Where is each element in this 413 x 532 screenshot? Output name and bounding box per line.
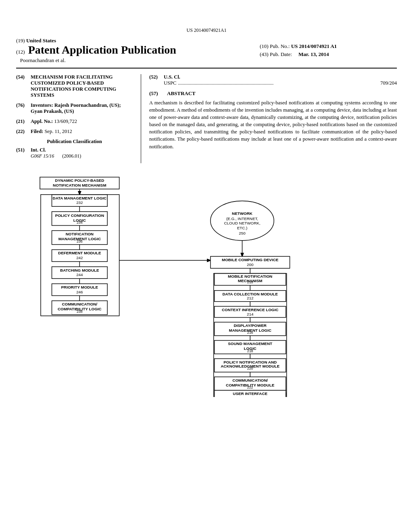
right-column: (52) U.S. Cl. USPC .....................…	[141, 74, 397, 163]
pub-no-value: US 2014/0074921 A1	[291, 43, 337, 49]
inventors-field: (76) Inventors: Rajesh Poornachandran, (…	[16, 102, 133, 114]
svg-text:222: 222	[247, 385, 253, 389]
svg-text:PRIORITY MODULE: PRIORITY MODULE	[61, 285, 98, 289]
filed-content: Filed: Sep. 11, 2012	[31, 129, 133, 135]
country-name: United States	[26, 37, 56, 44]
svg-text:DISPLAY/POWER: DISPLAY/POWER	[234, 323, 267, 328]
us-cl-label: U.S. Cl.	[164, 74, 397, 80]
us-cl-field: (52) U.S. Cl. USPC .....................…	[149, 74, 397, 86]
svg-text:234: 234	[77, 220, 83, 224]
header-section: (19) United States (12) Patent Applicati…	[16, 37, 397, 69]
svg-text:POLICY CONFIGURATION: POLICY CONFIGURATION	[55, 213, 104, 218]
left-main-title: DYNAMIC POLICY-BASED	[55, 178, 104, 183]
svg-text:238: 238	[77, 310, 83, 314]
country-num-label: (19) United States	[16, 37, 260, 44]
doc-type-title: Patent Application Publication	[28, 44, 176, 56]
svg-text:USER INTERFACE: USER INTERFACE	[233, 391, 267, 396]
left-column: (54) MECHANISM FOR FACILITATING CUSTOMIZ…	[16, 74, 141, 163]
inventors-content: Inventors: Rajesh Poornachandran, (US); …	[31, 102, 133, 114]
pub-number: US 20140074921A1	[16, 27, 397, 33]
pub-date-value: Mar. 13, 2014	[298, 51, 329, 57]
filed-num: (22)	[16, 129, 31, 135]
svg-text:COMMUNICATION/: COMMUNICATION/	[62, 302, 97, 306]
header-right: (10) Pub. No.: US 2014/0074921 A1 (43) P…	[260, 37, 397, 58]
svg-text:NOTIFICATION: NOTIFICATION	[66, 232, 94, 236]
abstract-section: (57) ABSTRACT A mechanism is described f…	[149, 90, 397, 150]
svg-text:ETC.): ETC.)	[237, 226, 248, 230]
inventors-line: Poornachandran et al.	[16, 57, 260, 64]
appl-content: Appl. No.: 13/609,722	[31, 118, 133, 125]
title-num: (54)	[16, 74, 31, 98]
inventors-num: (76)	[16, 102, 31, 114]
pub-classification: Publication Classification	[16, 139, 133, 145]
uspc-value: 709/204	[380, 80, 397, 86]
svg-text:212: 212	[247, 296, 253, 300]
abstract-text: A mechanism is described for facilitatin…	[149, 99, 397, 150]
int-cl-class: G06F 15/16	[31, 153, 54, 159]
int-cl-values: G06F 15/16 (2006.01)	[31, 153, 133, 159]
title-content: MECHANISM FOR FACILITATING CUSTOMIZED PO…	[31, 74, 133, 98]
svg-text:COMMUNICATION/: COMMUNICATION/	[232, 378, 268, 382]
doc-type-num: (12)	[16, 49, 25, 55]
svg-text:216: 216	[247, 330, 253, 335]
svg-text:224: 224	[247, 396, 254, 397]
svg-rect-0	[126, 8, 287, 24]
pub-no-num: (10)	[260, 43, 269, 49]
svg-text:CONTEXT INFERENCE LOGIC: CONTEXT INFERENCE LOGIC	[222, 308, 278, 312]
filed-field: (22) Filed: Sep. 11, 2012	[16, 129, 133, 135]
main-content: (54) MECHANISM FOR FACILITATING CUSTOMIZ…	[16, 74, 397, 163]
svg-text:218: 218	[247, 349, 253, 353]
abstract-title: ABSTRACT	[167, 90, 196, 97]
appl-label: Appl. No.:	[31, 118, 53, 124]
diagram-svg: DYNAMIC POLICY-BASED NOTIFICATION MECHAN…	[16, 171, 397, 397]
svg-text:246: 246	[76, 289, 83, 294]
svg-text:BATCHING MODULE: BATCHING MODULE	[60, 268, 99, 272]
svg-text:MOBILE NOTIFICATION: MOBILE NOTIFICATION	[228, 274, 272, 278]
svg-text:200: 200	[247, 262, 254, 267]
abstract-header: (57) ABSTRACT	[149, 90, 397, 99]
int-cl-num: (51)	[16, 147, 31, 159]
title-label: MECHANISM FOR FACILITATING CUSTOMIZED PO…	[31, 74, 133, 98]
svg-text:CLOUD NETWORK,: CLOUD NETWORK,	[224, 221, 260, 225]
svg-text:214: 214	[247, 312, 254, 316]
header-left: (19) United States (12) Patent Applicati…	[16, 37, 260, 64]
title-field: (54) MECHANISM FOR FACILITATING CUSTOMIZ…	[16, 74, 133, 98]
svg-text:DATA COLLECTION MODULE: DATA COLLECTION MODULE	[222, 291, 278, 296]
pub-no-label: Pub. No.:	[270, 43, 290, 49]
svg-text:NOTIFICATION MECHANISM: NOTIFICATION MECHANISM	[53, 183, 106, 187]
svg-text:244: 244	[76, 272, 83, 277]
inventors-label: Inventors:	[31, 102, 53, 108]
svg-text:(E.G., INTERNET,: (E.G., INTERNET,	[226, 216, 258, 220]
svg-text:POLICY NOTIFICATION AND: POLICY NOTIFICATION AND	[223, 360, 277, 364]
svg-text:DATA MANAGEMENT LOGIC: DATA MANAGEMENT LOGIC	[53, 195, 107, 200]
svg-text:236: 236	[77, 239, 83, 243]
svg-text:DEFERMENT MODULE: DEFERMENT MODULE	[58, 251, 101, 255]
int-cl-label: Int. Cl.	[31, 147, 133, 153]
svg-text:210: 210	[247, 280, 253, 284]
pub-date-num: (43)	[260, 51, 269, 57]
uspc-row: USPC ...................................…	[164, 80, 397, 86]
filed-label: Filed:	[31, 129, 43, 134]
pub-date-line: (43) Pub. Date: Mar. 13, 2014	[260, 51, 397, 58]
uspc-label: USPC	[164, 80, 176, 86]
us-cl-num: (52)	[149, 74, 164, 86]
svg-text:220: 220	[247, 366, 253, 370]
int-cl-year: (2006.01)	[62, 153, 81, 159]
appl-field: (21) Appl. No.: 13/609,722	[16, 118, 133, 125]
abstract-num: (57)	[149, 90, 164, 97]
svg-text:232: 232	[76, 200, 83, 205]
us-cl-content: U.S. Cl. USPC ..........................…	[164, 74, 397, 86]
int-cl-content: Int. Cl. G06F 15/16 (2006.01)	[31, 147, 133, 159]
svg-text:MOBILE COMPUTING DEVICE: MOBILE COMPUTING DEVICE	[222, 258, 279, 262]
filed-value: Sep. 11, 2012	[44, 129, 72, 134]
appl-num: (21)	[16, 118, 31, 125]
pub-date-label: Pub. Date:	[270, 51, 292, 57]
svg-text:250: 250	[239, 231, 246, 235]
svg-text:SOUND MANAGEMENT: SOUND MANAGEMENT	[228, 341, 272, 346]
barcode-area	[16, 8, 397, 26]
pub-no-line: (10) Pub. No.: US 2014/0074921 A1	[260, 43, 397, 50]
appl-value: 13/609,722	[54, 118, 77, 124]
svg-text:242: 242	[76, 256, 83, 260]
barcode-svg	[126, 8, 287, 24]
diagram-area: DYNAMIC POLICY-BASED NOTIFICATION MECHAN…	[16, 171, 397, 399]
